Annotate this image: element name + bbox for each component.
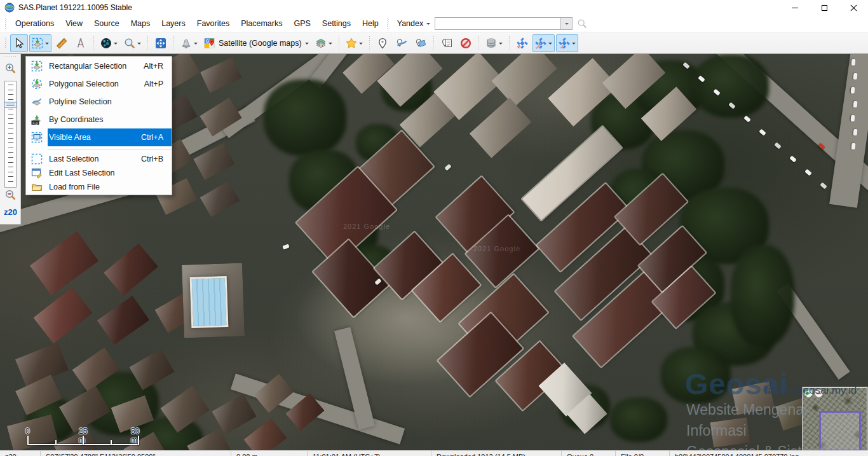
map-building: [470, 97, 532, 158]
search-history-dropdown[interactable]: [560, 17, 573, 30]
zoom-panel: z20: [0, 54, 21, 225]
map-car: [759, 128, 766, 135]
sas-planet-window: SAS.Planet 191221.10095 Stable Operation…: [0, 0, 868, 456]
minimap-view-rectangle[interactable]: [819, 411, 861, 452]
minimap[interactable]: [802, 387, 868, 456]
dropdown-caret-icon: [565, 23, 569, 27]
menu-maps[interactable]: Maps: [125, 17, 156, 31]
map-building: [731, 381, 774, 415]
gps-connect-button[interactable]: [513, 34, 531, 52]
map-source-button[interactable]: GSatellite (Google maps): [201, 34, 311, 52]
menu-settings[interactable]: Settings: [316, 17, 356, 31]
gps-track-button[interactable]: [532, 34, 555, 52]
menu-view[interactable]: View: [60, 17, 88, 31]
measure-distance-button[interactable]: [53, 34, 71, 52]
add-path-button[interactable]: [393, 34, 410, 52]
zoom-out-button[interactable]: [0, 189, 21, 201]
zoom-in-button[interactable]: [0, 62, 20, 74]
pan-cursor-button[interactable]: [10, 34, 28, 52]
map-trees: [661, 347, 731, 404]
placemark-manager-button[interactable]: [438, 34, 456, 52]
menu-item-rectangular-selection[interactable]: Rectangular SelectionAlt+R: [26, 57, 172, 75]
close-button[interactable]: [839, 0, 868, 15]
dropdown-caret-icon: [548, 43, 552, 46]
map-car: [851, 115, 855, 121]
menu-gps[interactable]: GPS: [288, 17, 316, 31]
menu-operations[interactable]: Operations: [10, 17, 60, 31]
add-placemark-button[interactable]: [374, 34, 391, 52]
zoom-tick: [8, 138, 13, 139]
status-segment: S07°57'29.4780" E112°36'59.9599": [41, 451, 231, 456]
maximize-button[interactable]: [810, 0, 839, 15]
menu-placemarks[interactable]: Placemarks: [235, 17, 288, 31]
menu-layers[interactable]: Layers: [156, 17, 191, 31]
path-icon: [396, 38, 407, 49]
zoom-tick: [8, 152, 13, 153]
menu-item-label: Last Selection: [48, 155, 141, 163]
menu-item-edit-last-selection[interactable]: Edit Last Selection: [26, 166, 172, 180]
gps-position-button[interactable]: [556, 34, 578, 52]
menu-item-shortcut: Alt+P: [144, 79, 172, 88]
globe-button[interactable]: [98, 34, 120, 52]
status-bar: z20S07°57'29.4780" E112°36'59.9599"0.08 …: [0, 450, 868, 456]
add-polygon-button[interactable]: [412, 34, 430, 52]
dropdown-caret-icon: [499, 43, 503, 46]
toolbar-separator: [478, 36, 480, 50]
dropdown-caret-icon: [194, 43, 198, 46]
map-source-label: Satellite (Google maps): [217, 39, 303, 48]
map-car: [774, 142, 782, 149]
menu-item-polyline-selection[interactable]: Polyline Selection: [26, 93, 172, 111]
map-car: [853, 129, 858, 135]
menu-item-polygonal-selection[interactable]: Polygonal SelectionAlt+P: [26, 75, 172, 93]
zoom-slider[interactable]: [4, 81, 17, 188]
zoom-tools-button[interactable]: [121, 34, 144, 52]
zoom-tick: [8, 118, 13, 119]
zoom-tick: [8, 176, 13, 177]
compass-button[interactable]: [72, 34, 90, 52]
fill-map-button[interactable]: [178, 34, 200, 52]
maximize-icon: [822, 5, 827, 11]
dropdown-caret-icon: [572, 43, 576, 46]
toolbar-separator: [338, 36, 340, 50]
search-provider-dropdown[interactable]: Yandex: [391, 19, 435, 28]
zoom-tick: [8, 128, 13, 128]
hide-placemarks-button[interactable]: [457, 34, 475, 52]
toolbar-grip[interactable]: [5, 18, 7, 29]
download-manager-button[interactable]: [483, 34, 505, 52]
panel-grip[interactable]: [4, 56, 17, 59]
zoom-tick: [8, 172, 13, 172]
toolbar-grip[interactable]: [387, 18, 389, 29]
menu-separator: [26, 146, 172, 152]
status-segment: Downloaded 1912 (14.5 MB): [431, 451, 562, 456]
map-car: [851, 87, 855, 93]
favorites-button[interactable]: [343, 34, 365, 52]
map-imagery-credit: 2021 Google: [343, 223, 390, 230]
toolbar-grip[interactable]: [5, 38, 7, 48]
map-trees: [693, 54, 769, 118]
menu-item-visible-area[interactable]: Visible AreaCtrl+A: [26, 128, 172, 146]
minimap-zoom-in-icon[interactable]: [804, 389, 813, 397]
zoom-tick: [8, 181, 13, 182]
menu-favorites[interactable]: Favorites: [191, 17, 235, 31]
layers-icon: [315, 38, 327, 49]
menu-help[interactable]: Help: [356, 17, 384, 31]
rectangular-selection-icon: [26, 57, 48, 75]
zoom-slider-handle[interactable]: [4, 102, 17, 107]
edit-selection-icon: [26, 166, 48, 180]
app-globe-icon: [4, 3, 15, 13]
map-car: [789, 155, 797, 162]
minimize-button[interactable]: [780, 0, 810, 15]
menu-item-last-selection[interactable]: Last SelectionCtrl+B: [26, 152, 172, 166]
selection-tool-button[interactable]: [29, 34, 51, 52]
toolbar-separator: [173, 36, 175, 50]
zoom-tick: [8, 148, 13, 148]
map-car: [851, 143, 856, 149]
minimap-zoom-out-icon[interactable]: [815, 389, 823, 397]
fullscreen-button[interactable]: [152, 34, 170, 52]
menu-item-by-coordinates[interactable]: x,yBy Coordinates: [26, 111, 172, 128]
menu-item-load-from-file[interactable]: Load from File: [26, 180, 172, 194]
search-icon[interactable]: [577, 18, 587, 29]
layers-button[interactable]: [313, 34, 335, 52]
menu-source[interactable]: Source: [88, 17, 125, 31]
search-input[interactable]: [435, 17, 560, 30]
